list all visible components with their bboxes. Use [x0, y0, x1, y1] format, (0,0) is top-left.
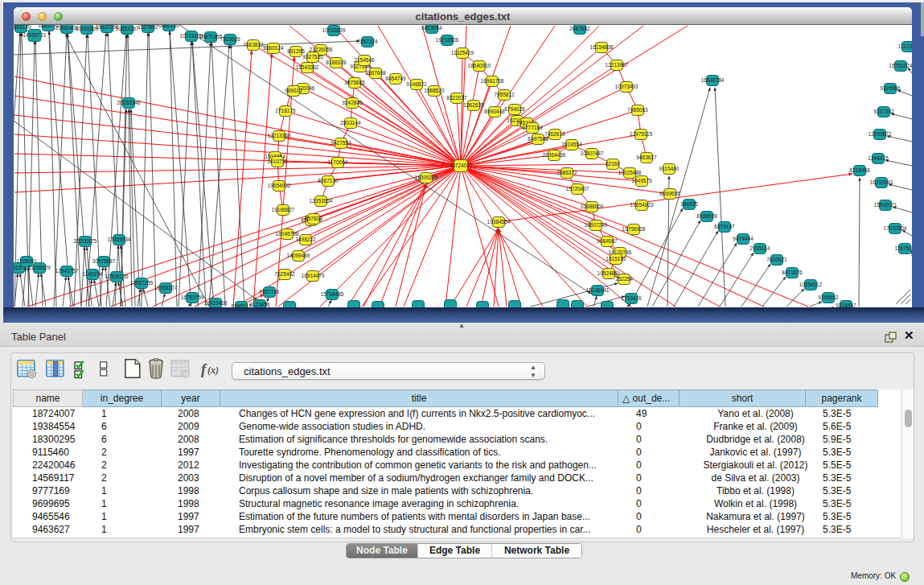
svg-text:19654932: 19654932: [268, 183, 291, 188]
svg-text:7625402: 7625402: [274, 271, 295, 277]
svg-text:6466160: 6466160: [158, 25, 179, 28]
svg-text:16543362: 16543362: [296, 64, 319, 70]
svg-text:9146821: 9146821: [406, 81, 427, 87]
svg-text:9329966: 9329966: [880, 85, 901, 91]
svg-text:19166827: 19166827: [272, 207, 295, 212]
svg-text:6497568: 6497568: [528, 136, 548, 142]
svg-text:11156829: 11156829: [28, 265, 51, 270]
svg-text:10688609: 10688609: [581, 204, 604, 209]
svg-text:8990448: 8990448: [484, 109, 505, 114]
svg-text:12093872: 12093872: [869, 131, 892, 137]
svg-text:20206575: 20206575: [74, 238, 97, 244]
svg-text:2718176: 2718176: [275, 108, 296, 113]
svg-text:9084067: 9084067: [597, 238, 618, 244]
svg-text:11325419: 11325419: [451, 50, 474, 56]
svg-text:18300295: 18300295: [415, 175, 438, 180]
svg-text:16154808: 16154808: [590, 44, 614, 50]
svg-text:7986372: 7986372: [556, 170, 577, 175]
svg-text:12975115: 12975115: [630, 131, 653, 137]
svg-text:1949575: 1949575: [631, 178, 652, 183]
svg-text:8123456: 8123456: [249, 302, 270, 307]
svg-text:10033809: 10033809: [322, 27, 346, 33]
svg-text:8267130: 8267130: [318, 178, 339, 183]
svg-text:9427552: 9427552: [331, 140, 351, 146]
svg-text:18724007: 18724007: [450, 163, 473, 168]
svg-text:1244415: 1244415: [868, 155, 889, 161]
svg-text:3498222: 3498222: [295, 237, 316, 242]
svg-text:19654923: 19654923: [630, 202, 654, 208]
svg-text:2935114: 2935114: [750, 245, 770, 251]
svg-text:1527602: 1527602: [138, 25, 158, 30]
svg-text:19384554: 19384554: [487, 219, 511, 225]
svg-text:891295: 891295: [287, 48, 305, 54]
svg-text:19524851: 19524851: [598, 270, 621, 276]
svg-text:8215958: 8215958: [849, 167, 870, 173]
svg-text:7663822: 7663822: [243, 42, 264, 47]
svg-text:1588520: 1588520: [424, 88, 445, 93]
svg-text:164095: 164095: [680, 201, 698, 207]
svg-text:10807487: 10807487: [581, 150, 604, 156]
svg-text:857833: 857833: [305, 216, 322, 221]
svg-text:9777169: 9777169: [522, 125, 543, 130]
svg-text:17010504: 17010504: [884, 225, 907, 231]
svg-text:9463627: 9463627: [636, 154, 657, 160]
svg-text:1112352: 1112352: [898, 43, 912, 49]
svg-text:8471676: 8471676: [782, 270, 803, 275]
svg-text:15136141: 15136141: [586, 287, 610, 293]
svg-text:15692071: 15692071: [874, 202, 897, 208]
svg-text:19756928: 19756928: [622, 226, 646, 232]
svg-text:7485063: 7485063: [627, 107, 648, 113]
svg-text:3824554: 3824554: [561, 142, 582, 147]
svg-text:17957255: 17957255: [130, 280, 154, 286]
svg-text:252254: 252254: [615, 276, 633, 282]
svg-text:12353554: 12353554: [310, 198, 333, 204]
svg-text:9457791: 9457791: [259, 289, 280, 295]
svg-text:9474444: 9474444: [733, 236, 754, 241]
svg-text:9242845: 9242845: [342, 100, 363, 105]
svg-text:10853287: 10853287: [116, 26, 139, 31]
svg-text:1865170: 1865170: [14, 25, 31, 30]
svg-text:8322037: 8322037: [446, 95, 467, 101]
svg-text:f: f: [201, 361, 207, 377]
svg-text:9245652: 9245652: [818, 295, 839, 300]
svg-text:9227342: 9227342: [873, 109, 894, 114]
svg-text:12213369: 12213369: [268, 133, 291, 138]
svg-text:15720407: 15720407: [566, 186, 589, 192]
svg-text:16782759: 16782759: [181, 295, 204, 300]
svg-text:12923468: 12923468: [204, 300, 228, 306]
svg-text:17359934: 17359934: [108, 237, 131, 242]
svg-text:1145194: 1145194: [83, 271, 103, 277]
svg-text:8938928: 8938928: [696, 213, 717, 219]
svg-text:1167533: 1167533: [895, 245, 912, 251]
svg-text:18807249: 18807249: [585, 222, 608, 228]
svg-text:7515526: 7515526: [220, 36, 240, 42]
svg-text:14055721: 14055721: [23, 32, 47, 38]
svg-text:18640910: 18640910: [468, 63, 491, 68]
svg-text:6794028: 6794028: [504, 106, 525, 112]
svg-text:1362635: 1362635: [463, 102, 484, 108]
svg-text:15718485: 15718485: [321, 291, 344, 297]
svg-text:8454749: 8454749: [385, 76, 406, 81]
svg-text:62160: 62160: [606, 161, 620, 167]
svg-text:8660124: 8660124: [263, 45, 284, 51]
svg-text:14099489: 14099489: [287, 253, 310, 258]
svg-text:16046798: 16046798: [276, 231, 299, 237]
svg-text:12942757: 12942757: [55, 268, 79, 274]
svg-text:2803144: 2803144: [340, 120, 361, 126]
svg-text:7955812: 7955812: [494, 92, 515, 97]
svg-text:1170064: 1170064: [328, 159, 348, 165]
svg-text:16914479: 16914479: [302, 273, 325, 278]
svg-text:6699695: 6699695: [659, 191, 680, 196]
svg-text:2087682: 2087682: [569, 26, 590, 31]
svg-text:10973493: 10973493: [615, 84, 639, 89]
svg-text:7857224: 7857224: [357, 39, 378, 44]
svg-text:12505135: 12505135: [105, 274, 129, 279]
svg-text:23226058: 23226058: [310, 47, 333, 52]
svg-text:2154546: 2154546: [354, 57, 375, 63]
svg-text:16648784: 16648784: [701, 77, 725, 83]
svg-text:20364436: 20364436: [543, 152, 566, 158]
svg-text:6879197: 6879197: [714, 224, 735, 229]
svg-text:19218506: 19218506: [436, 37, 459, 43]
svg-text:7632621: 7632621: [766, 257, 787, 262]
svg-text:16961758: 16961758: [481, 78, 504, 84]
